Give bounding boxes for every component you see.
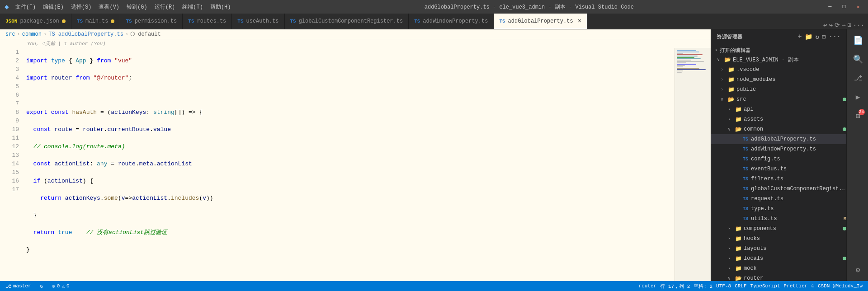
section-opened-editors[interactable]: › 打开的编辑器 (711, 44, 846, 55)
status-sync[interactable]: ↻ (38, 281, 45, 291)
warning-icon: ⚠ (61, 283, 65, 289)
sidebar-refresh-icon[interactable]: ↻ (815, 33, 819, 41)
menu-terminal[interactable]: 终端(T) (179, 2, 206, 12)
breadcrumb-symbol[interactable]: ⬡ default (130, 31, 161, 38)
menu-select[interactable]: 选择(S) (68, 2, 94, 12)
folder-open-icon: 📂 (724, 56, 731, 63)
menu-file[interactable]: 文件(F) (13, 2, 39, 12)
tree-item-common[interactable]: ∨ 📂 common (711, 124, 846, 134)
menu-goto[interactable]: 转到(G) (124, 2, 150, 12)
chevron-right-icon: › (726, 236, 733, 241)
ln-16: 16 (4, 177, 19, 185)
tree-item-addglobal[interactable]: TS addGlobalProperty.ts (711, 134, 846, 144)
menu-view[interactable]: 查看(V) (96, 2, 122, 12)
breadcrumb-src[interactable]: src (5, 31, 15, 38)
code-editor-wrapper[interactable]: 1 2 3 4 5 6 7 8 9 10 11 12 13 14 15 16 1… (0, 48, 711, 281)
menu-edit[interactable]: 编辑(E) (40, 2, 66, 12)
minimap (675, 48, 711, 281)
window-minimize[interactable]: ─ (825, 3, 835, 11)
tree-label-src: src (736, 96, 841, 103)
spaces-text: 空格: 2 (693, 283, 712, 290)
tree-item-node-modules[interactable]: › 📁 node_modules (711, 75, 846, 84)
toolbar-refresh-icon[interactable]: ⟳ (835, 21, 840, 29)
sidebar-new-folder-icon[interactable]: 📁 (805, 33, 813, 41)
tab-permission-ts[interactable]: TS permission.ts (120, 14, 183, 29)
tree-label-locals: locals (744, 255, 841, 262)
sidebar-collapse-icon[interactable]: ⊟ (822, 33, 826, 41)
ln-8: 8 (4, 108, 19, 117)
git-blame: You, 4天前 | 1 author (You) (0, 39, 711, 48)
tree-item-components[interactable]: › 📁 components (711, 224, 846, 234)
ts-file-icon: TS (742, 207, 749, 211)
tree-label-type: type.ts (751, 206, 846, 212)
tree-item-filters[interactable]: TS filters.ts (711, 174, 846, 184)
toolbar-back-icon[interactable]: ↩ (823, 21, 827, 29)
status-eol[interactable]: CRLF (733, 281, 748, 291)
tree-item-request[interactable]: TS request.ts (711, 194, 846, 204)
menu-help[interactable]: 帮助(H) (208, 2, 234, 12)
code-content[interactable]: import type { App } from "vue" import ro… (23, 48, 675, 281)
tree-item-layouts[interactable]: › 📁 layouts (711, 244, 846, 253)
folder-icon: 📁 (735, 255, 742, 262)
tree-item-src[interactable]: ∨ 📂 src (711, 94, 846, 104)
breadcrumb-file[interactable]: TS addGlobalProperty.ts (48, 31, 123, 38)
tab-icon-ts: TS (77, 19, 83, 24)
tab-package-json[interactable]: JSON package.json (0, 14, 71, 29)
status-encoding[interactable]: UTF-8 (714, 281, 733, 291)
toolbar-nav-icon[interactable]: → (842, 22, 845, 29)
window-close[interactable]: ✕ (853, 3, 863, 11)
tab-addwindow-ts[interactable]: TS addWindowProperty.ts (409, 14, 494, 29)
tree-item-assets[interactable]: › 📁 assets (711, 114, 846, 124)
activity-search[interactable]: 🔍 (849, 50, 867, 68)
tree-item-hooks[interactable]: › 📁 hooks (711, 234, 846, 244)
sync-icon: ↻ (40, 283, 43, 289)
tree-item-config[interactable]: TS config.ts (711, 154, 846, 164)
activity-explorer[interactable]: 📄 (849, 31, 867, 49)
toolbar-more-icon[interactable]: ··· (853, 22, 864, 29)
activity-settings[interactable]: ⚙ (849, 261, 867, 279)
tab-main-ts[interactable]: TS main.ts (71, 14, 121, 29)
sidebar-new-file-icon[interactable]: + (798, 33, 802, 41)
folder-icon: 📁 (735, 106, 742, 113)
activity-source-control[interactable]: ⎇ (849, 69, 867, 87)
status-language[interactable]: TypeScript (749, 281, 782, 291)
tab-useauth-ts[interactable]: TS useAuth.ts (232, 14, 284, 29)
tree-item-addwindow[interactable]: TS addWindowProperty.ts (711, 144, 846, 154)
tree-item-router[interactable]: ∨ 📂 router (711, 273, 846, 281)
tab-addglobal-ts[interactable]: TS addGlobalProperty.ts × (494, 14, 587, 29)
tab-globalcustom-ts[interactable]: TS globalCustomComponentRegister.ts (285, 14, 409, 29)
activity-run[interactable]: ▶ (849, 88, 867, 106)
toolbar-split-icon[interactable]: ⊞ (847, 21, 851, 29)
tab-routes-ts[interactable]: TS routes.ts (183, 14, 232, 29)
chevron-down-icon: ∨ (726, 127, 733, 132)
activity-extensions[interactable]: ⊞ 24 (849, 107, 867, 125)
tree-item-type[interactable]: TS type.ts (711, 204, 846, 214)
chevron-right-icon: › (726, 246, 733, 251)
breadcrumb-common[interactable]: common (22, 31, 42, 38)
tree-item-globalcustom[interactable]: TS globalCustomComponentRegist... (711, 184, 846, 194)
status-feedback[interactable]: ☺ (809, 281, 816, 291)
tab-label-routes-ts: routes.ts (197, 18, 226, 24)
status-spaces[interactable]: 空格: 2 (692, 281, 714, 291)
status-git-branch[interactable]: ⎇ master (4, 281, 33, 291)
tree-item-locals[interactable]: › 📁 locals (711, 253, 846, 263)
tab-close-btn[interactable]: × (578, 18, 581, 25)
status-errors[interactable]: ⊘ 0 ⚠ 0 (50, 281, 71, 291)
menu-run[interactable]: 运行(R) (152, 2, 178, 12)
status-position[interactable]: 行 17，列 2 (658, 281, 692, 291)
tree-item-vscode[interactable]: › 📁 .vscode (711, 65, 846, 75)
tree-label-filters: filters.ts (751, 176, 846, 182)
window-maximize[interactable]: □ (839, 3, 849, 11)
tree-item-eventbus[interactable]: TS eventBus.ts (711, 164, 846, 174)
toolbar-forward-icon[interactable]: ↪ (829, 21, 833, 29)
tree-item-utils[interactable]: TS utils.ts M (711, 214, 846, 224)
tree-item-mock[interactable]: › 📁 mock (711, 263, 846, 273)
status-prettier[interactable]: Prettier (782, 281, 810, 291)
folder-icon: 📁 (735, 225, 742, 232)
tree-item-api[interactable]: › 📁 api (711, 104, 846, 114)
sidebar-more-icon[interactable]: ··· (829, 33, 841, 41)
tree-item-project-root[interactable]: ∨ 📂 ELE_VUE3_ADMIN - 副本 (711, 55, 846, 65)
common-badge (843, 127, 846, 131)
status-router[interactable]: router (637, 281, 659, 291)
tree-item-public[interactable]: › 📁 public (711, 84, 846, 94)
